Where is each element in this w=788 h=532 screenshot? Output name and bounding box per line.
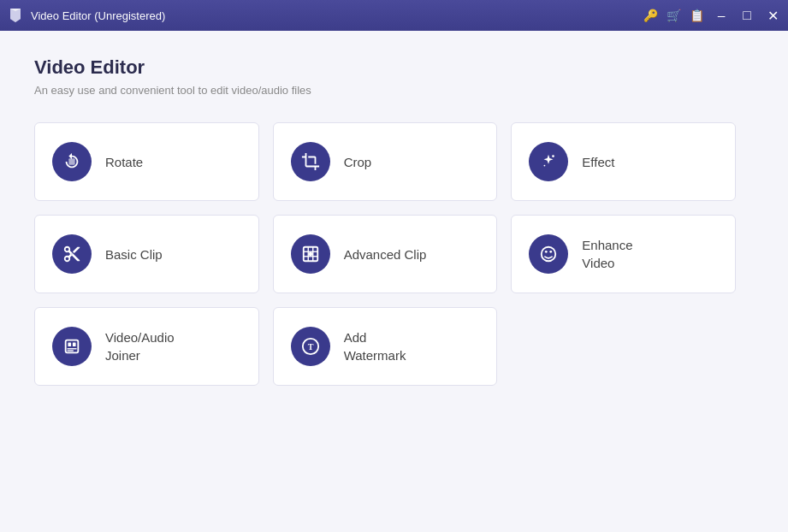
maximize-button[interactable]: □ xyxy=(738,7,755,24)
watermark-icon: T xyxy=(301,337,320,356)
titlebar-controls: 🔑 🛒 📋 ‒ □ ✕ xyxy=(643,7,781,24)
titlebar-title: Video Editor (Unregistered) xyxy=(31,9,165,22)
svg-point-10 xyxy=(308,252,312,257)
svg-point-4 xyxy=(544,165,546,167)
app-logo xyxy=(7,7,24,24)
joiner-icon-circle xyxy=(52,327,92,366)
svg-point-13 xyxy=(550,251,553,253)
svg-rect-15 xyxy=(68,342,71,346)
enhance-icon-circle xyxy=(529,234,568,274)
crop-icon-circle xyxy=(291,142,330,181)
svg-rect-16 xyxy=(73,342,76,346)
effect-label: Effect xyxy=(582,155,614,169)
crop-label: Crop xyxy=(344,155,372,169)
page-title: Video Editor xyxy=(34,56,754,79)
crop-card[interactable]: Crop xyxy=(273,122,498,201)
svg-point-3 xyxy=(552,155,554,157)
effect-icon xyxy=(539,152,558,171)
crop-icon xyxy=(301,152,320,171)
effect-card[interactable]: Effect xyxy=(511,122,736,201)
advanced-clip-card[interactable]: Advanced Clip xyxy=(273,215,498,293)
watermark-icon-circle: T xyxy=(291,327,330,366)
main-content: Video Editor An easy use and convenient … xyxy=(0,31,788,532)
minimize-button[interactable]: ‒ xyxy=(713,7,730,24)
basic-clip-label: Basic Clip xyxy=(105,247,163,262)
joiner-icon xyxy=(62,337,81,356)
scissors-icon xyxy=(62,245,81,263)
advanced-clip-label: Advanced Clip xyxy=(344,247,427,262)
joiner-label: Video/AudioJoiner xyxy=(105,328,175,364)
enhance-video-label: EnhanceVideo xyxy=(582,236,632,272)
basic-clip-icon-circle xyxy=(52,234,92,274)
advanced-clip-icon xyxy=(301,245,320,263)
svg-point-11 xyxy=(542,247,556,262)
svg-point-12 xyxy=(545,251,548,253)
rotate-label: Rotate xyxy=(105,155,143,169)
page-subtitle: An easy use and convenient tool to edit … xyxy=(34,84,754,97)
rotate-icon xyxy=(62,152,81,171)
titlebar-left: Video Editor (Unregistered) xyxy=(7,7,165,24)
watermark-label: AddWatermark xyxy=(344,328,406,364)
joiner-card[interactable]: Video/AudioJoiner xyxy=(34,307,259,386)
key-icon[interactable]: 🔑 xyxy=(643,9,658,22)
cart-icon[interactable]: 🛒 xyxy=(667,9,681,22)
help-icon[interactable]: 📋 xyxy=(690,9,704,22)
svg-text:T: T xyxy=(307,342,313,352)
enhance-video-card[interactable]: EnhanceVideo xyxy=(511,215,736,293)
watermark-card[interactable]: T AddWatermark xyxy=(273,307,498,386)
close-button[interactable]: ✕ xyxy=(764,7,781,24)
advanced-clip-icon-circle xyxy=(291,234,330,274)
titlebar: Video Editor (Unregistered) 🔑 🛒 📋 ‒ □ ✕ xyxy=(0,0,788,31)
rotate-icon-circle xyxy=(52,142,92,181)
svg-rect-2 xyxy=(68,158,74,164)
effect-icon-circle xyxy=(529,142,568,181)
enhance-icon xyxy=(539,245,558,263)
tool-grid: Rotate Crop Effect xyxy=(34,122,736,386)
rotate-card[interactable]: Rotate xyxy=(34,122,259,201)
basic-clip-card[interactable]: Basic Clip xyxy=(34,215,259,293)
